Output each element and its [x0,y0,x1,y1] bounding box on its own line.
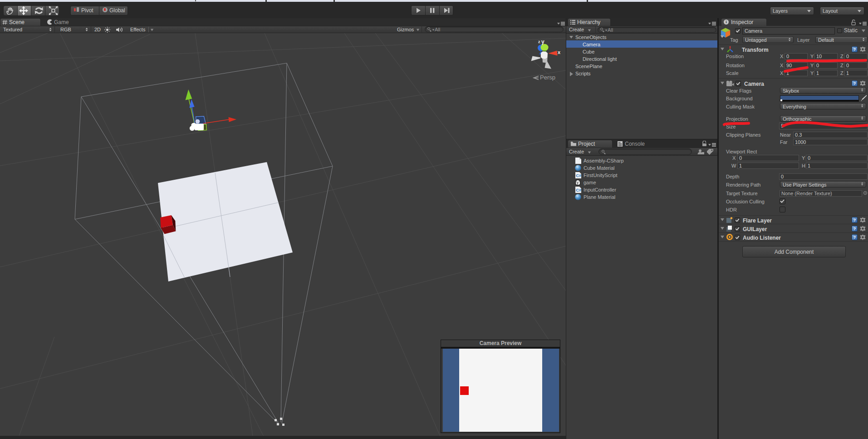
svg-text:C#: C# [576,173,581,178]
svg-text:C#: C# [576,187,581,192]
